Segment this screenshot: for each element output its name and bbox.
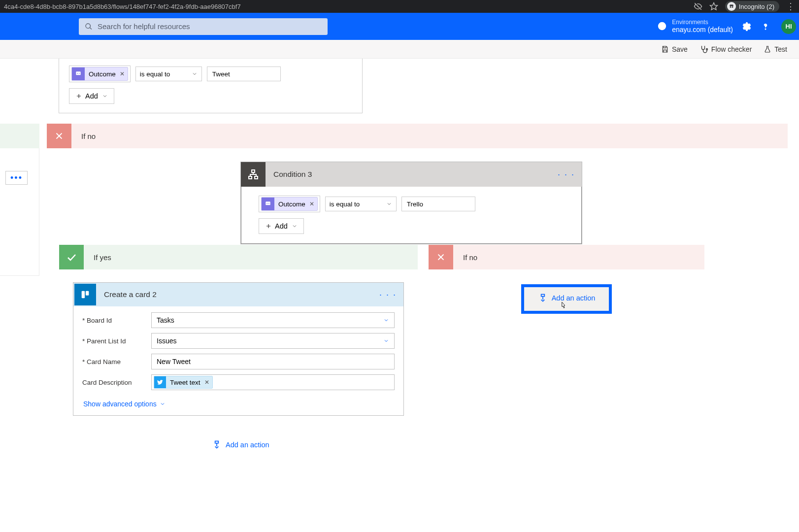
avatar[interactable]: HI	[781, 19, 796, 34]
svg-point-5	[765, 29, 766, 29]
dynamic-token-tweet-text[interactable]: Tweet text ✕	[154, 376, 213, 389]
flask-icon	[764, 45, 771, 53]
if-yes-body: Create a card 2 · · · * Board Id Tasks *…	[59, 269, 418, 445]
value-input[interactable]: Tweet	[207, 66, 281, 81]
search-placeholder: Search for helpful resources	[98, 22, 190, 31]
plus-icon	[75, 93, 82, 100]
chevron-down-icon	[192, 71, 198, 77]
operator-select[interactable]: is equal to	[135, 66, 202, 81]
svg-point-6	[706, 48, 707, 50]
value-input[interactable]: Trello	[401, 197, 475, 211]
incognito-icon	[727, 2, 736, 11]
env-label: Environments	[672, 19, 733, 26]
search-input[interactable]: Search for helpful resources	[79, 18, 328, 35]
star-icon[interactable]	[709, 2, 718, 11]
dynamic-token-outcome[interactable]: Outcome ✕	[261, 197, 318, 211]
condition-3-card: Condition 3 · · · Outcome ✕ is equal to	[240, 162, 582, 244]
check-icon	[59, 245, 84, 269]
stethoscope-icon	[699, 45, 708, 54]
remove-token-icon[interactable]: ✕	[309, 200, 314, 207]
test-button[interactable]: Test	[764, 45, 787, 53]
trello-create-card-action: Create a card 2 · · · * Board Id Tasks *…	[73, 282, 404, 416]
trello-action-header[interactable]: Create a card 2 · · ·	[73, 283, 403, 306]
svg-rect-18	[215, 441, 219, 443]
svg-rect-19	[541, 295, 544, 297]
tracking-off-icon[interactable]	[694, 2, 702, 11]
plus-icon	[265, 223, 272, 230]
add-condition-button[interactable]: Add	[259, 218, 304, 234]
browser-menu-icon[interactable]: ⋮	[786, 2, 795, 11]
remove-token-icon[interactable]: ✕	[120, 70, 125, 77]
x-icon	[429, 245, 453, 269]
condition-icon	[241, 162, 266, 187]
app-header: Search for helpful resources Environment…	[0, 13, 799, 40]
incognito-pill[interactable]: Incognito (2)	[725, 1, 779, 12]
save-button[interactable]: Save	[661, 45, 688, 53]
chevron-down-icon	[386, 201, 392, 207]
field-label-card-description: Card Description	[82, 379, 151, 386]
svg-rect-13	[266, 201, 270, 205]
svg-point-15	[268, 203, 269, 204]
power-virtual-agents-icon	[72, 67, 85, 80]
operator-select[interactable]: is equal to	[325, 197, 397, 211]
help-icon[interactable]	[761, 22, 770, 32]
browser-chrome: 4ca4-cde8-4d8b-bcb8-897b1a5d8b63/flows/1…	[0, 0, 799, 13]
chevron-down-icon	[160, 401, 166, 407]
twitter-icon	[154, 376, 166, 388]
flow-checker-button[interactable]: Flow checker	[699, 45, 752, 54]
chevron-down-icon	[102, 93, 108, 99]
branch-if-no-2[interactable]: If no	[429, 245, 704, 269]
field-label-parent-list: * Parent List Id	[82, 337, 151, 345]
remove-token-icon[interactable]: ✕	[204, 379, 209, 386]
add-an-action-button[interactable]: Add an action	[212, 440, 269, 450]
chevron-down-icon	[383, 317, 389, 323]
branch-if-yes[interactable]: If yes	[59, 245, 418, 269]
power-virtual-agents-icon	[262, 198, 274, 210]
save-icon	[661, 45, 669, 53]
browser-url: 4ca4-cde8-4d8b-bcb8-897b1a5d8b63/flows/1…	[4, 3, 241, 10]
chevron-down-icon	[383, 338, 389, 344]
condition-top-body: Outcome ✕ is equal to Tweet Add	[59, 59, 363, 113]
card-name-input[interactable]: New Tweet	[151, 354, 395, 369]
branch-if-no[interactable]: If no	[47, 124, 788, 148]
svg-rect-11	[249, 176, 252, 179]
svg-rect-16	[82, 291, 85, 299]
add-action-icon	[212, 440, 222, 450]
field-label-card-name: * Card Name	[82, 358, 151, 366]
svg-point-14	[266, 203, 267, 204]
card-menu-button[interactable]: · · ·	[379, 290, 397, 300]
field-label-board-id: * Board Id	[82, 317, 151, 324]
svg-marker-0	[710, 3, 717, 10]
svg-rect-10	[252, 170, 255, 172]
svg-rect-17	[86, 291, 89, 296]
svg-point-2	[732, 6, 733, 8]
svg-point-8	[77, 73, 78, 74]
incognito-label: Incognito (2)	[739, 3, 774, 10]
board-id-select[interactable]: Tasks	[151, 312, 395, 328]
chevron-down-icon	[292, 223, 298, 229]
dynamic-token-outcome[interactable]: Outcome ✕	[71, 67, 128, 81]
editor-toolbar: Save Flow checker Test	[0, 40, 799, 59]
trello-icon	[74, 284, 96, 305]
condition-3-header[interactable]: Condition 3 · · ·	[241, 162, 582, 187]
add-an-action-button-highlighted[interactable]: Add an action	[521, 284, 612, 314]
search-icon	[85, 23, 93, 31]
svg-point-9	[79, 73, 80, 74]
left-branch-stub	[0, 124, 39, 276]
more-branches-button[interactable]: •••	[5, 171, 28, 185]
card-description-input[interactable]: Tweet text ✕	[151, 374, 395, 390]
if-no-body: Add an action	[429, 269, 704, 329]
add-action-icon	[538, 293, 548, 303]
svg-point-1	[730, 6, 731, 8]
show-advanced-options[interactable]: Show advanced options	[82, 400, 166, 408]
environment-picker[interactable]: Environments enayu.com (default)	[657, 19, 733, 34]
gear-icon[interactable]	[742, 22, 752, 32]
svg-rect-12	[255, 176, 258, 179]
card-menu-button[interactable]: · · ·	[558, 169, 575, 180]
add-condition-button[interactable]: Add	[69, 88, 114, 104]
x-icon	[47, 124, 71, 148]
parent-list-select[interactable]: Issues	[151, 333, 395, 349]
svg-rect-7	[76, 71, 80, 75]
flow-canvas[interactable]: ••• Outcome ✕ is equal to Tweet	[0, 59, 799, 532]
env-value: enayu.com (default)	[672, 26, 733, 33]
